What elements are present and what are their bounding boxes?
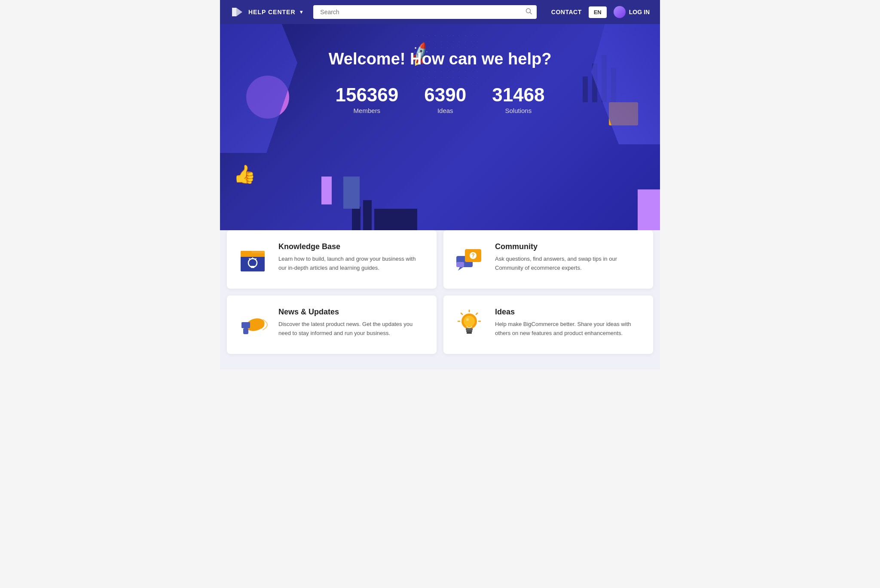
- knowledge-base-icon: [235, 242, 270, 277]
- svg-rect-27: [466, 330, 472, 332]
- community-card[interactable]: ? Community Ask questions, find answers,…: [443, 230, 653, 289]
- knowledge-base-card[interactable]: Knowledge Base Learn how to build, launc…: [227, 230, 437, 289]
- brand-icon: [230, 5, 244, 19]
- community-icon: ?: [452, 242, 486, 277]
- hero-section: 👍 🚀 Welcome! How can we help? 156369: [220, 24, 660, 230]
- community-desc: Ask questions, find answers, and swap ti…: [495, 255, 641, 273]
- solutions-count: 31468: [492, 85, 544, 104]
- svg-rect-16: [241, 322, 250, 328]
- news-updates-title: News & Updates: [278, 308, 425, 317]
- ideas-content: Ideas Help make BigCommerce better. Shar…: [495, 308, 641, 338]
- avatar: [614, 6, 626, 18]
- bars-decor: [352, 200, 417, 230]
- ideas-icon: [452, 308, 486, 342]
- contact-link[interactable]: CONTACT: [551, 9, 582, 15]
- knowledge-base-title: Knowledge Base: [278, 242, 425, 251]
- pink-bar-decor: [321, 177, 332, 204]
- community-title: Community: [495, 242, 641, 251]
- knowledge-base-desc: Learn how to build, launch and grow your…: [278, 255, 425, 273]
- stat-members: 156369 Members: [335, 85, 398, 114]
- news-updates-content: News & Updates Discover the latest produ…: [278, 308, 425, 338]
- svg-rect-26: [466, 328, 473, 330]
- news-icon-svg: [237, 309, 268, 340]
- login-button[interactable]: LOG IN: [614, 6, 650, 18]
- svg-rect-8: [241, 253, 265, 257]
- hero-title: Welcome! How can we help?: [229, 50, 651, 68]
- cards-grid: Knowledge Base Learn how to build, launc…: [220, 230, 660, 361]
- news-updates-desc: Discover the latest product news. Get th…: [278, 320, 425, 338]
- ideas-desc: Help make BigCommerce better. Share your…: [495, 320, 641, 338]
- brand-name: HELP CENTER: [248, 9, 296, 15]
- members-count: 156369: [335, 85, 398, 104]
- ideas-icon-svg: [454, 309, 485, 340]
- hero-stats: 156369 Members 6390 Ideas 31468 Solution…: [229, 85, 651, 114]
- knowledge-icon-svg: [237, 244, 268, 275]
- ideas-label: Ideas: [424, 107, 466, 114]
- language-button[interactable]: EN: [589, 6, 607, 18]
- stat-solutions: 31468 Solutions: [492, 85, 544, 114]
- community-icon-svg: ?: [454, 244, 485, 275]
- svg-rect-14: [456, 262, 464, 267]
- svg-line-20: [476, 313, 477, 314]
- cards-section: Knowledge Base Learn how to build, launc…: [220, 230, 660, 369]
- search-input[interactable]: [313, 5, 537, 19]
- news-updates-icon: [235, 308, 270, 342]
- svg-marker-10: [458, 267, 463, 271]
- brand-dropdown-icon: ▾: [300, 9, 303, 15]
- knowledge-base-content: Knowledge Base Learn how to build, launc…: [278, 242, 425, 273]
- search-button[interactable]: [526, 8, 532, 16]
- thumb-decor: 👍: [233, 164, 256, 185]
- svg-line-2: [530, 12, 532, 14]
- ideas-title: Ideas: [495, 308, 641, 317]
- svg-rect-17: [243, 328, 248, 334]
- members-label: Members: [335, 107, 398, 114]
- solutions-label: Solutions: [492, 107, 544, 114]
- svg-text:?: ?: [471, 253, 474, 259]
- navbar: HELP CENTER ▾ CONTACT EN LOG IN: [220, 0, 660, 24]
- search-icon: [526, 8, 532, 15]
- purple-rect-decor: [638, 189, 660, 230]
- navbar-right: CONTACT EN LOG IN: [551, 6, 650, 18]
- ideas-count: 6390: [424, 85, 466, 104]
- news-updates-card[interactable]: News & Updates Discover the latest produ…: [227, 296, 437, 354]
- blue-bar-decor: [343, 177, 360, 209]
- svg-point-24: [464, 316, 475, 327]
- svg-point-25: [466, 318, 469, 321]
- ideas-card[interactable]: Ideas Help make BigCommerce better. Shar…: [443, 296, 653, 354]
- stat-ideas: 6390 Ideas: [424, 85, 466, 114]
- search-container: [313, 5, 537, 19]
- svg-rect-28: [467, 332, 472, 334]
- login-label: LOG IN: [629, 9, 650, 15]
- svg-line-22: [461, 313, 462, 314]
- brand-logo-area[interactable]: HELP CENTER ▾: [230, 5, 303, 19]
- right-hand-bg: [591, 24, 660, 144]
- community-content: Community Ask questions, find answers, a…: [495, 242, 641, 273]
